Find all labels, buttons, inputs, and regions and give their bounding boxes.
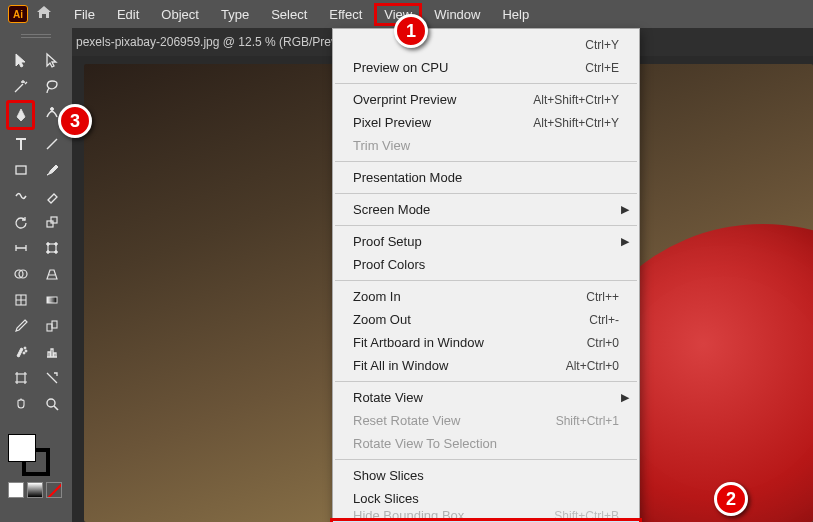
menu-item-label: Preview on CPU [353, 60, 448, 75]
menu-item-proof-setup[interactable]: Proof Setup▶ [333, 230, 639, 253]
symbol-sprayer-tool[interactable] [6, 340, 35, 364]
width-tool[interactable] [6, 236, 35, 260]
menu-item-hide-bounding-box[interactable]: Hide Bounding BoxShift+Ctrl+B [333, 510, 639, 521]
color-mode-solid[interactable] [8, 482, 24, 498]
menu-item-zoom-out[interactable]: Zoom OutCtrl+- [333, 308, 639, 331]
menu-item-shortcut: Ctrl+0 [587, 336, 619, 350]
menu-type[interactable]: Type [211, 3, 259, 26]
line-tool[interactable] [37, 132, 66, 156]
menu-item-overprint-preview[interactable]: Overprint PreviewAlt+Shift+Ctrl+Y [333, 88, 639, 111]
scale-tool[interactable] [37, 210, 66, 234]
home-icon[interactable] [36, 5, 52, 23]
svg-rect-3 [51, 217, 57, 223]
menu-item-screen-mode[interactable]: Screen Mode▶ [333, 198, 639, 221]
menu-item-shortcut: Shift+Ctrl+1 [556, 414, 619, 428]
paintbrush-tool[interactable] [37, 158, 66, 182]
svg-rect-18 [17, 374, 25, 382]
menu-item-outline[interactable]: OutlineCtrl+Y [333, 33, 639, 56]
menu-item-label: Overprint Preview [353, 92, 456, 107]
menu-item-label: Rotate View [353, 390, 423, 405]
fill-stroke-swatch[interactable] [8, 434, 50, 476]
menu-item-shortcut: Shift+Ctrl+B [554, 510, 619, 521]
color-section [0, 428, 72, 504]
menu-item-label: Reset Rotate View [353, 413, 460, 428]
color-mode-none[interactable] [46, 482, 62, 498]
menu-item-trim-view: Trim View [333, 134, 639, 157]
mesh-tool[interactable] [6, 288, 35, 312]
rectangle-tool[interactable] [6, 158, 35, 182]
menu-separator [335, 83, 637, 84]
menu-item-zoom-in[interactable]: Zoom InCtrl++ [333, 285, 639, 308]
lasso-tool[interactable] [37, 74, 66, 98]
document-tab[interactable]: pexels-pixabay-206959.jpg @ 12.5 % (RGB/… [76, 35, 359, 49]
menu-separator [335, 193, 637, 194]
direct-selection-tool[interactable] [37, 48, 66, 72]
menu-item-label: Fit All in Window [353, 358, 448, 373]
svg-point-17 [23, 352, 25, 354]
menu-item-label: Zoom Out [353, 312, 411, 327]
column-graph-tool[interactable] [37, 340, 66, 364]
menu-item-presentation-mode[interactable]: Presentation Mode [333, 166, 639, 189]
menu-item-fit-all-in-window[interactable]: Fit All in WindowAlt+Ctrl+0 [333, 354, 639, 377]
svg-point-15 [24, 347, 26, 349]
svg-point-6 [54, 243, 57, 246]
menu-item-fit-artboard-in-window[interactable]: Fit Artboard in WindowCtrl+0 [333, 331, 639, 354]
menu-item-label: Trim View [353, 138, 410, 153]
magic-wand-tool[interactable] [6, 74, 35, 98]
menu-effect[interactable]: Effect [319, 3, 372, 26]
blend-tool[interactable] [37, 314, 66, 338]
svg-rect-13 [47, 324, 52, 331]
svg-point-5 [46, 243, 49, 246]
menu-item-shortcut: Alt+Shift+Ctrl+Y [533, 93, 619, 107]
menu-item-shortcut: Ctrl+Y [585, 38, 619, 52]
menu-item-pixel-preview[interactable]: Pixel PreviewAlt+Shift+Ctrl+Y [333, 111, 639, 134]
svg-rect-12 [47, 297, 57, 303]
menu-object[interactable]: Object [151, 3, 209, 26]
svg-rect-2 [47, 221, 53, 227]
menu-item-label: Proof Setup [353, 234, 422, 249]
zoom-tool[interactable] [37, 392, 66, 416]
menu-window[interactable]: Window [424, 3, 490, 26]
menu-file[interactable]: File [64, 3, 105, 26]
fill-color[interactable] [8, 434, 36, 462]
menu-item-lock-slices[interactable]: Lock Slices [333, 487, 639, 510]
callout-1: 1 [394, 14, 428, 48]
menu-item-shortcut: Alt+Ctrl+0 [566, 359, 619, 373]
menu-item-label: Proof Colors [353, 257, 425, 272]
callout-3: 3 [58, 104, 92, 138]
menu-select[interactable]: Select [261, 3, 317, 26]
menu-item-rotate-view[interactable]: Rotate View▶ [333, 386, 639, 409]
perspective-tool[interactable] [37, 262, 66, 286]
color-mode-gradient[interactable] [27, 482, 43, 498]
chevron-right-icon: ▶ [621, 235, 629, 248]
menu-item-proof-colors[interactable]: Proof Colors [333, 253, 639, 276]
svg-point-19 [47, 399, 55, 407]
chevron-right-icon: ▶ [621, 391, 629, 404]
menu-help[interactable]: Help [492, 3, 539, 26]
menu-edit[interactable]: Edit [107, 3, 149, 26]
selection-tool[interactable] [6, 48, 35, 72]
artboard-tool[interactable] [6, 366, 35, 390]
shape-builder-tool[interactable] [6, 262, 35, 286]
eyedropper-tool[interactable] [6, 314, 35, 338]
pen-tool[interactable] [9, 103, 32, 127]
eraser-tool[interactable] [37, 184, 66, 208]
type-tool[interactable] [6, 132, 35, 156]
menu-item-label: Rotate View To Selection [353, 436, 497, 451]
menu-item-label: Zoom In [353, 289, 401, 304]
menu-separator [335, 459, 637, 460]
menu-item-label: Presentation Mode [353, 170, 462, 185]
slice-tool[interactable] [37, 366, 66, 390]
rotate-tool[interactable] [6, 210, 35, 234]
hand-tool[interactable] [6, 392, 35, 416]
menu-item-show-slices[interactable]: Show Slices [333, 464, 639, 487]
free-transform-tool[interactable] [37, 236, 66, 260]
menu-item-preview-on-cpu[interactable]: Preview on CPUCtrl+E [333, 56, 639, 79]
gradient-tool[interactable] [37, 288, 66, 312]
svg-rect-1 [16, 166, 26, 174]
shaper-tool[interactable] [6, 184, 35, 208]
svg-point-7 [46, 251, 49, 254]
tools-panel [0, 28, 72, 522]
menu-item-label: Hide Bounding Box [353, 510, 464, 521]
panel-grip[interactable] [0, 34, 72, 44]
